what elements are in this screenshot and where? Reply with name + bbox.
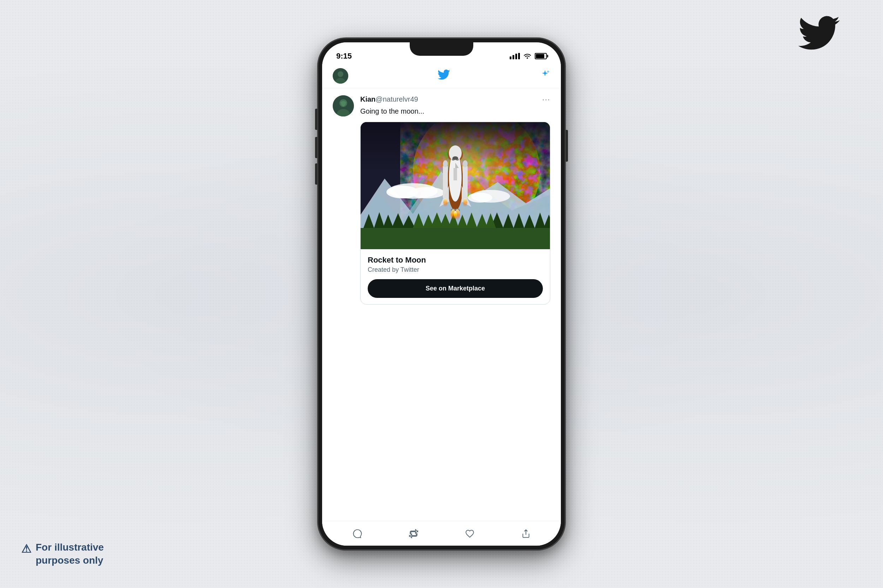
phone-screen: 9:15	[322, 42, 561, 546]
svg-point-16	[468, 193, 492, 202]
tweet-content: Kian @naturelvr49 ··· Going to the moon.…	[360, 95, 550, 304]
tweet-text: Going to the moon...	[360, 106, 550, 116]
warning-line2: purposes only	[36, 554, 104, 567]
nft-title: Rocket to Moon	[368, 255, 543, 265]
wifi-icon	[523, 52, 531, 60]
svg-point-41	[443, 160, 448, 167]
twitter-nav-logo[interactable]	[438, 69, 450, 83]
tweet-avatar[interactable]	[333, 95, 354, 117]
nav-avatar[interactable]	[333, 68, 348, 84]
svg-marker-51	[454, 168, 457, 180]
nft-image: hHead de	[361, 122, 550, 249]
warning-label: ⚠ For illustrative purposes only	[21, 541, 104, 567]
status-icons	[510, 52, 547, 60]
tweet: Kian @naturelvr49 ··· Going to the moon.…	[333, 95, 550, 304]
signal-bar-4	[518, 53, 520, 59]
warning-icon: ⚠	[21, 542, 32, 556]
battery-icon	[535, 53, 547, 59]
nav-bar[interactable]	[322, 63, 561, 88]
phone-frame: 9:15	[318, 38, 565, 550]
svg-point-58	[454, 211, 457, 219]
tweet-action-bar	[322, 521, 561, 546]
svg-point-14	[409, 187, 445, 198]
signal-icon	[510, 53, 520, 59]
reply-button[interactable]	[353, 529, 362, 538]
svg-point-59	[443, 198, 448, 207]
tweet-more-button[interactable]: ···	[542, 95, 550, 104]
nft-info: Rocket to Moon Created by Twitter See on…	[361, 249, 550, 304]
svg-point-47	[452, 159, 454, 160]
tweet-area: Kian @naturelvr49 ··· Going to the moon.…	[322, 88, 561, 521]
marketplace-button[interactable]: See on Marketplace	[368, 279, 543, 298]
svg-point-48	[456, 159, 459, 160]
svg-rect-17	[361, 228, 550, 249]
retweet-button[interactable]	[409, 529, 418, 538]
tweet-handle: @naturelvr49	[375, 95, 418, 104]
like-button[interactable]	[465, 529, 474, 538]
svg-point-60	[463, 198, 467, 207]
svg-point-43	[463, 160, 468, 167]
sparkle-icon[interactable]	[540, 69, 550, 82]
nft-card: hHead de	[360, 122, 550, 304]
nft-creator: Created by Twitter	[368, 266, 543, 273]
signal-bar-1	[510, 57, 511, 59]
phone-notch	[410, 42, 473, 56]
warning-line1: For illustrative	[36, 541, 104, 554]
tweet-user-info: Kian @naturelvr49	[360, 95, 418, 104]
tweet-username: Kian	[360, 95, 375, 104]
svg-point-1	[338, 71, 343, 77]
share-button[interactable]	[521, 529, 531, 538]
status-time: 9:15	[336, 51, 352, 61]
signal-bar-3	[515, 54, 517, 59]
tweet-header: Kian @naturelvr49 ···	[360, 95, 550, 104]
battery-fill	[536, 54, 544, 58]
phone-mockup: 9:15	[318, 38, 565, 550]
signal-bar-2	[513, 55, 514, 59]
twitter-bird-logo	[798, 14, 841, 50]
